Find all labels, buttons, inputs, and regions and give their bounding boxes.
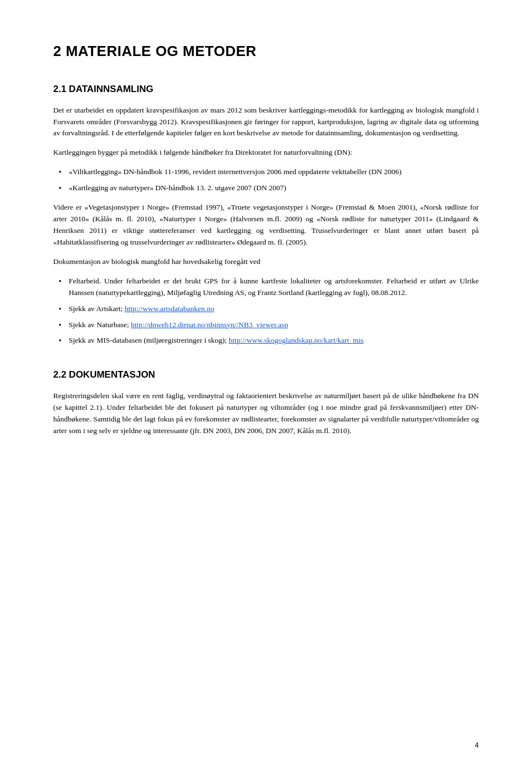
bullets-dn-handbooks: «Viltkartlegging» DN-håndbok 11-1996, re… bbox=[53, 166, 479, 194]
section-2-1-paragraph-1: Det er utarbeidet en oppdatert kravspesi… bbox=[53, 105, 479, 140]
list-item-feltarbeid: Feltarbeid. Under feltarbeidet er det br… bbox=[53, 276, 479, 299]
link-artskart[interactable]: http://www.artsdatabanken.no bbox=[125, 304, 214, 313]
list-item: «Viltkartlegging» DN-håndbok 11-1996, re… bbox=[53, 166, 479, 178]
section-2-1-paragraph-4: Dokumentasjon av biologisk mangfold har … bbox=[53, 256, 479, 268]
list-item-naturbase: Sjekk av Naturbase; http://dnweb12.dirna… bbox=[53, 319, 479, 331]
chapter-title: 2 MATERIALE OG METODER bbox=[53, 40, 479, 62]
section-2-1-title: 2.1 DATAINNSAMLING bbox=[53, 82, 479, 96]
link-naturbase[interactable]: http://dnweb12.dirnat.no/nbinnsyn//NB3_v… bbox=[131, 321, 288, 329]
bullets-documentation: Feltarbeid. Under feltarbeidet er det br… bbox=[53, 276, 479, 347]
page-number: 4 bbox=[475, 740, 479, 751]
list-item-artskart: Sjekk av Artskart; http://www.artsdataba… bbox=[53, 303, 479, 315]
link-mis[interactable]: http://www.skogoglandskap.no/kart/kart_m… bbox=[229, 336, 364, 344]
section-2-1-paragraph-3: Videre er «Vegetasjonstyper i Norge» (Fr… bbox=[53, 202, 479, 248]
list-item: «Kartlegging av naturtyper» DN-håndbok 1… bbox=[53, 182, 479, 194]
section-2-2-title: 2.2 DOKUMENTASJON bbox=[53, 368, 479, 382]
page: 2 MATERIALE OG METODER 2.1 DATAINNSAMLIN… bbox=[0, 0, 532, 773]
section-2-2-paragraph-1: Registreringsdelen skal være en rent fag… bbox=[53, 390, 479, 437]
list-item-mis: Sjekk av MIS-databasen (miljøregistrerin… bbox=[53, 335, 479, 347]
section-2-1-paragraph-2: Kartleggingen bygger på metodikk i følge… bbox=[53, 147, 479, 159]
